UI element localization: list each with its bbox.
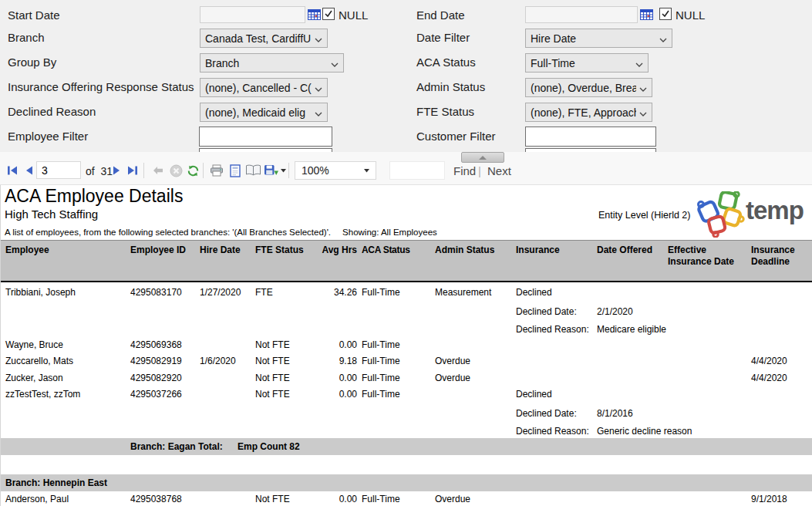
cell-aca-status: Full-Time [362,339,400,350]
customer-filter-label: Customer Filter [416,130,496,143]
cell-insurance: Declined [516,287,552,298]
chevron-down-icon [315,81,322,95]
cell-employee: Wayne, Bruce [5,339,63,350]
report-toolbar: of 31 [0,152,812,185]
cell-avg-hrs: 0.00 [312,373,357,383]
find-link[interactable]: Find [453,164,476,177]
cell-fte-status: Not FTE [255,389,290,400]
cell-employee: Zucker, Jason [5,373,63,383]
report-body: ACA Employee Details High Tech Staffing … [0,185,812,506]
cell-admin-status: Overdue [435,356,470,366]
entity-level-text: Entity Level (Hierld 2) [598,210,691,221]
col-header-admin-status: Admin Status [435,245,494,255]
chevron-down-icon [659,32,667,46]
parameter-panel: Start Date NULL End Date NULL Branch [0,0,812,152]
admin-status-label: Admin Status [416,80,485,93]
declined-reason-label: Declined Reason [8,105,96,118]
next-link[interactable]: Next [487,164,511,177]
date-filter-label: Date Filter [416,31,470,44]
zoom-select[interactable]: 100% [295,161,376,180]
cell-admin-status: Overdue [435,373,470,383]
back-arrow-icon [152,165,164,176]
current-page-input[interactable] [36,161,81,179]
last-page-icon [126,165,138,176]
date-filter-select[interactable]: Hire Date [525,29,672,48]
cell-aca-status: Full-Time [362,389,400,400]
collapse-parameters-handle[interactable] [461,152,504,163]
col-header-hire-date: Hire Date [200,245,241,255]
cell-employee-id: 4295037266 [130,389,182,400]
first-page-button[interactable] [4,162,21,179]
chevron-down-icon [639,81,647,95]
group-header-label: Branch: Hennepin East [5,477,107,488]
param-row-group-by: Group By Branch ACA Status Full-Time [0,53,812,73]
refresh-icon [187,164,200,177]
chevron-down-icon [315,32,322,46]
table-row: Tribbiani, Joseph 4295083170 1/27/2020 F… [1,287,812,303]
previous-page-button[interactable] [20,162,37,179]
aca-status-select[interactable]: Full-Time [525,53,649,73]
export-button[interactable] [263,162,286,179]
table-row: zzTestTest, zzTom 4295037266 Not FTE 0.0… [1,389,812,405]
col-header-aca-status: ACA Status [362,245,410,255]
group-total-label: Branch: Eagan Total: [130,441,223,452]
find-text-input[interactable] [389,161,445,180]
cell-employee: zzTestTest, zzTom [5,389,80,400]
chevron-down-icon [315,106,322,120]
chevron-down-icon [639,106,647,120]
group-by-select[interactable]: Branch [200,53,344,73]
chevron-down-icon [635,56,643,70]
table-header: Employee Employee ID Hire Date FTE Statu… [1,240,812,282]
admin-status-select[interactable]: (none), Overdue, Brea [525,78,652,97]
cell-fte-status: Not FTE [255,339,290,350]
customer-filter-input[interactable] [525,126,656,147]
check-icon [661,9,670,19]
print-layout-icon [229,164,241,177]
cell-employee-id: 4295083170 [130,287,182,298]
table-row: Wayne, Bruce 4295069368 Not FTE 0.00 Ful… [1,339,812,356]
previous-page-icon [24,165,34,176]
toolbar-separator [143,163,144,178]
param-row-insurance-offering: Insurance Offering Response Status (none… [0,78,812,98]
end-date-calendar-icon[interactable] [640,8,653,20]
end-date-input[interactable] [525,6,638,23]
employee-filter-input[interactable] [199,126,332,147]
next-page-button[interactable] [108,162,125,179]
table-row: Anderson, Paul 4295038768 Not FTE 0.00 F… [1,494,812,506]
table-row: Zucker, Jason 4295082920 Not FTE 0.00 Fu… [1,373,812,389]
cell-employee: Zuccarello, Mats [5,356,73,366]
fte-status-select[interactable]: (none), FTE, Approach [525,103,652,122]
declined-date-value: 2/1/2020 [597,306,633,317]
cell-employee-id: 4295082920 [130,373,182,383]
stop-button[interactable] [167,162,184,179]
print-button[interactable] [208,162,225,179]
cell-insurance-deadline: 4/4/2020 [751,373,787,383]
dropdown-caret-icon [364,169,369,173]
next-page-icon [112,165,122,176]
col-header-employee: Employee [5,245,49,255]
last-page-button[interactable] [123,162,140,179]
param-row-employee-filter: Employee Filter Customer Filter [0,126,812,147]
declined-reason-value: Medicare eligible [597,324,666,335]
end-date-null-checkbox[interactable] [659,8,672,20]
table-subrow: Declined Date: 8/1/2016 [1,408,812,424]
cell-avg-hrs: 9.18 [312,356,357,366]
cell-insurance-deadline: 9/1/2018 [751,494,787,504]
cell-fte-status: Not FTE [255,373,290,383]
insurance-offering-select[interactable]: (none), Cancelled - C( [200,78,328,97]
cell-hire-date: 1/6/2020 [200,356,236,366]
zoom-level-value: 100% [302,164,364,177]
back-button[interactable] [150,162,167,179]
print-layout-button[interactable] [227,162,244,179]
branch-select[interactable]: Canada Test, CardiffU [200,29,328,48]
refresh-button[interactable] [184,162,201,179]
page-setup-icon [245,164,261,177]
group-header-band: Branch: Hennepin East [1,474,812,491]
cell-fte-status: Not FTE [255,494,290,504]
branch-label: Branch [8,31,45,44]
cell-employee-id: 4295069368 [130,339,182,350]
save-export-icon [264,164,279,177]
declined-reason-select[interactable]: (none), Medicaid elig [200,103,328,122]
page-setup-button[interactable] [244,162,261,179]
cell-aca-status: Full-Time [362,356,400,366]
